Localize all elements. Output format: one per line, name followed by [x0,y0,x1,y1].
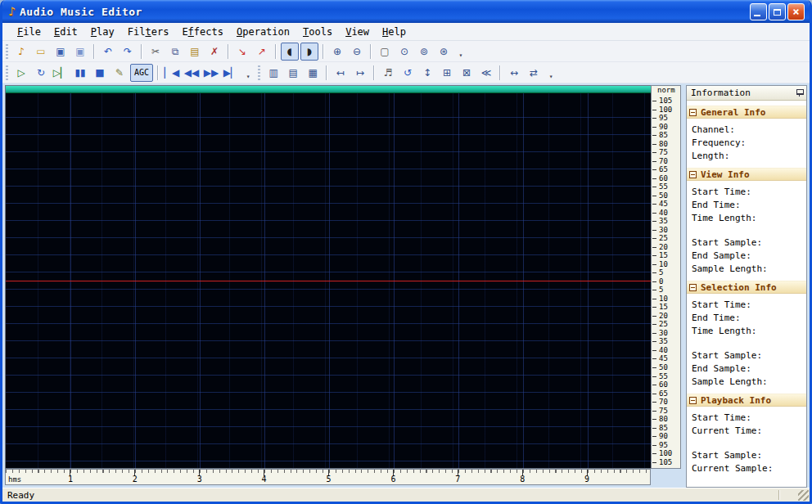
redo-button[interactable]: ↷ [119,43,137,61]
collapse-view-button[interactable]: ⇄ [525,64,543,82]
zoom-selection-button[interactable]: ⊙ [395,43,413,61]
scale-value: 25 [652,235,680,242]
export-audio-button[interactable]: ↗ [253,43,271,61]
rewind-button[interactable]: ◀◀ [183,64,201,82]
undo-button[interactable]: ↶ [99,43,117,61]
select-region-button[interactable]: ▢ [376,43,394,61]
collapse-icon[interactable] [689,397,697,404]
sync-playback-button[interactable]: ♬ [379,64,397,82]
zoom-one-to-one-button[interactable]: ⊛ [435,43,453,61]
menu-play[interactable]: Play [84,25,121,39]
collapse-icon[interactable] [689,109,697,116]
scroll-to-cursor-button[interactable]: ≪ [477,64,495,82]
collapse-icon[interactable] [689,171,697,178]
minimize-button[interactable] [750,3,767,20]
close-icon: × [792,6,799,17]
pin-icon[interactable] [796,89,803,97]
snap-to-left-button[interactable]: ↤ [332,64,350,82]
paste-button[interactable]: ▤ [186,43,204,61]
collapse-icon[interactable] [689,284,697,291]
play-button[interactable]: ▷ [12,64,30,82]
zoom-in-button[interactable]: ⊕ [328,43,346,61]
refresh-view-button[interactable]: ↺ [399,64,417,82]
scale-value: 90 [652,433,680,440]
scale-value: 25 [652,321,680,328]
scale-value: 45 [652,200,680,208]
snap-to-right-button[interactable]: ↦ [351,64,369,82]
toolbar-separator [275,44,277,59]
fit-vertical-button[interactable]: ↕ [418,64,436,82]
waveform-display[interactable] [5,85,651,469]
menu-help[interactable]: Help [376,25,413,39]
zoom-all-button[interactable]: ⊚ [415,43,433,61]
tile-windows-button[interactable]: ⊠ [458,64,476,82]
close-button[interactable]: × [787,3,805,20]
menu-edit[interactable]: Edit [47,25,84,39]
vertical-ruler-toggle-button[interactable]: ▥ [264,64,282,82]
restore-button[interactable] [769,3,786,20]
menu-tools[interactable]: Tools [296,25,339,39]
stop-button[interactable]: ■ [91,64,109,82]
fast-forward-button[interactable]: ▶▶ [202,64,220,82]
grid-toggle-button[interactable]: ▦ [304,64,322,82]
pause-button[interactable]: ▮▮ [71,64,89,82]
main-toolbar-overflow-button[interactable]: ▾ [456,43,466,61]
cut-button[interactable]: ✂ [147,43,165,61]
view-toolbar-gripper[interactable] [258,65,260,80]
view-toolbar-overflow-button[interactable]: ▾ [546,64,556,82]
amplitude-scale[interactable]: norm 10510095908580757065605550454035302… [651,85,681,469]
group-windows-button[interactable]: ⊞ [438,64,456,82]
section-title: Playback Info [701,395,771,406]
scale-value: 50 [652,192,680,200]
menu-view[interactable]: View [339,25,376,39]
scale-value: 90 [652,124,680,131]
agc-toggle-button[interactable]: AGC [130,64,153,82]
menu-filters[interactable]: Filters [121,25,176,39]
section-header-selection-info[interactable]: Selection Info [687,281,806,294]
open-file-button[interactable]: ▭ [32,43,50,61]
title-bar[interactable]: ♪ Audio Music Editor × [2,0,810,23]
save-file-as-button[interactable]: ▣ [71,43,89,61]
import-audio-button[interactable]: ↘ [233,43,251,61]
scale-value: 95 [652,115,680,122]
info-label: Frequency: [687,137,806,150]
section-header-playback-info[interactable]: Playback Info [687,394,806,407]
main-toolbar-gripper[interactable] [6,44,8,59]
menu-file[interactable]: File [11,25,47,39]
playback-toolbar-gripper[interactable] [6,65,8,80]
copy-button[interactable]: ⧉ [166,43,184,61]
info-group: Start Sample:End Sample:Sample Length: [687,349,806,389]
record-edit-button[interactable]: ✎ [111,64,129,82]
scale-value: 20 [652,313,680,320]
menu-operation[interactable]: Operation [230,25,296,39]
fit-horizontal-button[interactable]: ↔ [505,64,523,82]
ruler-number: 1 [68,475,73,484]
delete-button[interactable]: ✗ [205,43,223,61]
menu-effects[interactable]: Effects [175,25,230,39]
play-to-end-button[interactable]: ▷▏ [52,64,70,82]
new-file-button[interactable]: ♪ [12,43,30,61]
section-title: General Info [701,107,765,118]
loop-play-button[interactable]: ↻ [32,64,50,82]
toolbar-row-2: ▷↻▷▏▮▮■✎AGC▏◀◀◀▶▶▶▏▾ ▥▤▦↤↦♬↺↕⊞⊠≪↔⇄▾ [2,62,810,83]
go-to-end-button[interactable]: ▶▏ [222,64,240,82]
zoom-out-button[interactable]: ⊖ [348,43,366,61]
resize-grip[interactable] [798,490,809,501]
zero-line [6,281,651,281]
right-channel-toggle-button[interactable]: ◗ [300,43,318,61]
save-file-button[interactable]: ▣ [52,43,70,61]
horizontal-ruler-toggle-button[interactable]: ▤ [284,64,302,82]
go-to-start-button[interactable]: ▏◀ [163,64,181,82]
scale-value: 70 [652,158,680,165]
overview-bar[interactable] [6,86,651,93]
time-ruler[interactable]: hms 123456789 [5,469,651,485]
section-header-general-info[interactable]: General Info [687,106,806,119]
toolbar-separator [141,44,142,59]
scale-norm-label: norm [652,86,680,95]
section-header-view-info[interactable]: View Info [687,168,806,181]
information-panel: Information General InfoChannel:Frequenc… [686,85,807,488]
left-channel-toggle-button[interactable]: ◖ [281,43,299,61]
playback-toolbar-overflow-button[interactable]: ▾ [243,64,253,82]
ruler-number: 4 [262,475,267,484]
scale-value: 15 [652,304,680,311]
